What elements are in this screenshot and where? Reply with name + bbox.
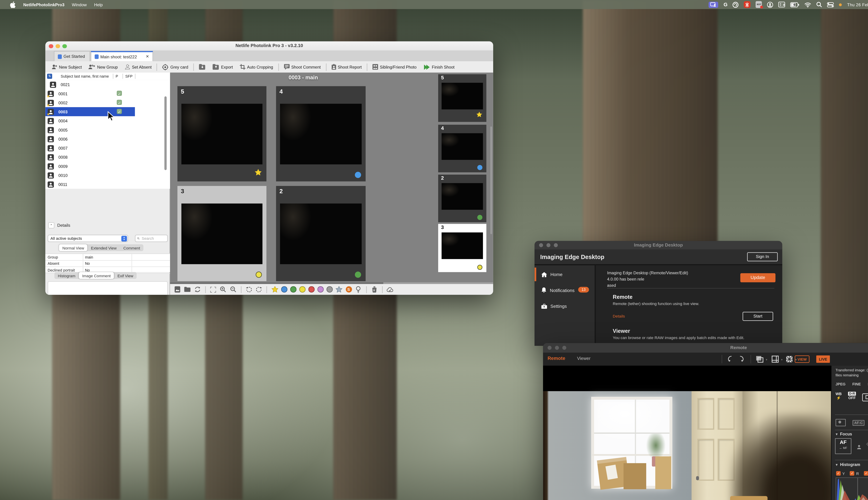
fullscreen-icon[interactable] <box>210 286 216 293</box>
filmstrip-item-5[interactable]: 5 <box>438 74 487 122</box>
filmstrip-item-4[interactable]: 4 <box>438 125 487 172</box>
dr-off-setting[interactable]: D-ROFF <box>848 392 856 400</box>
lightbulb-icon[interactable] <box>355 286 362 293</box>
af-mf-button[interactable]: AF ↔ MF <box>835 438 852 454</box>
photo-cell-5[interactable]: 5 <box>178 86 266 181</box>
folder-icon[interactable] <box>184 286 191 293</box>
tab-viewer[interactable]: Viewer <box>577 356 591 361</box>
wb-flash-setting[interactable]: WB⚡ <box>835 392 842 400</box>
delete-icon[interactable]: x <box>371 286 378 293</box>
layout-single-icon[interactable] <box>756 355 764 363</box>
subject-list-scrollbar[interactable] <box>164 96 167 170</box>
auto-cropping-button[interactable]: Auto Cropping <box>237 62 276 71</box>
grey-card-button[interactable]: Grey card <box>160 62 191 71</box>
green-marker-icon[interactable] <box>477 215 482 220</box>
cloud-sync-icon[interactable] <box>387 286 393 293</box>
rotate-left-icon[interactable] <box>245 286 252 293</box>
start-button[interactable]: Start <box>743 312 773 321</box>
subject-row[interactable]: 0009 <box>45 162 170 171</box>
battery-icon[interactable] <box>790 2 799 7</box>
subject-row[interactable]: 0005 <box>45 125 170 134</box>
rotate-cw-icon[interactable] <box>739 355 744 362</box>
check-g[interactable]: ✓G <box>864 471 868 476</box>
star-marker-icon[interactable] <box>254 168 262 178</box>
blue-marker-icon[interactable] <box>355 172 361 178</box>
subject-row[interactable]: 0007 <box>45 144 170 152</box>
horizontal-scrollbar[interactable] <box>170 282 493 284</box>
photolink-titlebar[interactable]: Netlife Photolink Pro 3 - v3.2.10 <box>45 41 493 51</box>
subject-row[interactable]: 0006 <box>45 134 170 144</box>
sidebar-item-settings[interactable]: Settings <box>535 299 595 313</box>
screen-mirroring-icon[interactable] <box>709 1 719 8</box>
subject-row[interactable]: 0021 <box>45 80 170 89</box>
photo-cell-3[interactable]: 3 <box>178 186 266 281</box>
blue-label-button[interactable] <box>281 286 287 292</box>
menu-help[interactable]: Help <box>94 2 103 7</box>
export-button[interactable]: Export <box>210 62 236 71</box>
yellow-marker-icon[interactable] <box>477 265 482 270</box>
dropdown-caret-icon[interactable]: ▼ <box>765 358 768 361</box>
yellow-label-button[interactable] <box>299 286 305 292</box>
finish-shoot-button[interactable]: Finish Shoot <box>421 62 457 71</box>
green-label-button[interactable] <box>290 286 296 292</box>
histogram-section-header[interactable]: ▼Histogram <box>835 462 860 467</box>
subject-row[interactable]: 0011 <box>45 180 170 189</box>
tab-get-started[interactable]: Get Started <box>54 51 90 61</box>
star-marker-icon[interactable] <box>476 109 482 120</box>
view-badge[interactable]: VIEW <box>795 355 810 363</box>
photo-thumbnail[interactable] <box>181 104 262 164</box>
shoot-comment-button[interactable]: Shoot Comment <box>281 62 323 71</box>
shoot-report-button[interactable]: Shoot Report <box>329 62 365 71</box>
import-button[interactable] <box>196 62 209 71</box>
tab-main-shoot[interactable]: Main shoot: test222 ✕ <box>91 51 153 61</box>
layout-grid-icon[interactable] <box>786 355 793 363</box>
wifi-icon[interactable] <box>804 2 811 7</box>
image-icon[interactable] <box>174 286 181 293</box>
photo-thumbnail[interactable] <box>181 204 262 264</box>
grammarly-icon[interactable]: G <box>723 2 728 8</box>
purple-label-button[interactable] <box>318 286 323 292</box>
search-input[interactable] <box>141 236 165 241</box>
photo-thumbnail[interactable] <box>280 104 362 164</box>
subject-filter-select[interactable]: All active subjects ▲▼ <box>48 235 128 242</box>
filmstrip-item-2[interactable]: 2 <box>438 175 487 222</box>
tab-exif-view[interactable]: Exif View <box>114 272 137 279</box>
sidebar-item-home[interactable]: Home <box>535 268 595 281</box>
column-sfp[interactable]: SFP <box>125 74 133 78</box>
rotate-ccw-icon[interactable] <box>727 355 733 362</box>
user-account-icon[interactable] <box>767 1 773 8</box>
menu-clock[interactable]: Thu 26 Feb 15:33 <box>847 2 868 7</box>
filmstrip-scrollbar[interactable] <box>490 126 492 234</box>
remote-titlebar[interactable]: Remote <box>543 343 868 353</box>
ied-titlebar[interactable]: Imaging Edge Desktop <box>535 241 782 249</box>
gray-star-button[interactable] <box>335 286 342 293</box>
focus-section-header[interactable]: ▼Focus <box>835 431 852 436</box>
focus-area-icon[interactable] <box>862 394 868 401</box>
red-label-button[interactable] <box>308 286 314 292</box>
photo-cell-2[interactable]: 2 <box>276 186 366 281</box>
subject-row[interactable]: ★ 0002 ✓ <box>45 98 170 107</box>
dropdown-caret-icon[interactable]: ▼ <box>780 358 783 361</box>
face-focus-icon[interactable] <box>857 442 861 452</box>
update-button[interactable]: Update <box>740 273 775 282</box>
column-p[interactable]: P <box>116 74 118 78</box>
menu-window[interactable]: Window <box>72 2 87 7</box>
subject-list-header[interactable]: ⇅ Subject last name, first name P SFP <box>45 72 170 81</box>
zoom-out-icon[interactable] <box>229 286 236 293</box>
blue-marker-icon[interactable] <box>477 165 482 170</box>
menu-app-name[interactable]: NetlifePhotolinkPro3 <box>23 2 65 7</box>
search-field[interactable] <box>135 235 168 242</box>
fine-label[interactable]: FINE <box>852 382 861 386</box>
yellow-marker-icon[interactable] <box>256 272 262 278</box>
tab-image-comment[interactable]: Image Comment <box>79 272 114 279</box>
live-view[interactable] <box>543 366 831 500</box>
gray-label-button[interactable] <box>327 286 332 292</box>
red-app-icon[interactable] <box>744 1 751 8</box>
sidebar-item-notifications[interactable]: Notifications 13 <box>535 284 595 297</box>
layout-split-icon[interactable] <box>772 355 779 363</box>
image-comment-box[interactable] <box>48 281 168 295</box>
film-thumbnail[interactable] <box>442 183 483 210</box>
jpeg-label[interactable]: JPEG <box>835 382 845 386</box>
apple-menu-icon[interactable] <box>10 1 16 8</box>
new-subject-button[interactable]: New Subject <box>49 62 85 71</box>
